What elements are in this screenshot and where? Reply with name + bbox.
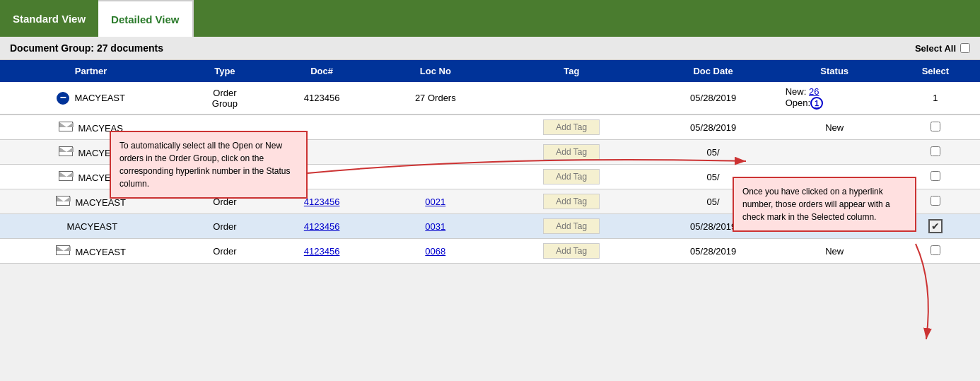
col-doc-date: Doc Date bbox=[648, 60, 778, 82]
add-tag-input[interactable] bbox=[543, 119, 600, 135]
group-row-icon-cell: − MACYEAST bbox=[0, 82, 182, 115]
detail-select-6 bbox=[891, 239, 980, 264]
col-tag: Tag bbox=[495, 60, 648, 82]
detail-icon-cell-5: MACYEAST bbox=[0, 214, 182, 239]
add-tag-input-3[interactable] bbox=[543, 169, 600, 184]
detail-date-6: 05/28/2019 bbox=[648, 239, 778, 264]
group-status-cell: New: 26 Open:1 bbox=[778, 82, 891, 115]
tooltip-right-text: Once you have clicked on a hyperlink num… bbox=[742, 187, 890, 222]
detail-docnum-5[interactable]: 4123456 bbox=[268, 214, 376, 239]
group-doc-num: 4123456 bbox=[268, 82, 376, 115]
tooltip-right: Once you have clicked on a hyperlink num… bbox=[733, 177, 916, 232]
tooltip-left: To automatically select all the Open or … bbox=[110, 131, 308, 199]
tab-detailed[interactable]: Detailed View bbox=[98, 0, 193, 37]
detail-date-1: 05/28/2019 bbox=[648, 115, 778, 140]
add-tag-input-2[interactable] bbox=[543, 144, 600, 160]
group-doc-type: OrderGroup bbox=[182, 82, 268, 115]
collapse-icon[interactable]: − bbox=[57, 92, 69, 105]
doc-group-label: Document Group: 27 documents bbox=[10, 42, 163, 54]
status-open-label: Open: bbox=[786, 98, 810, 108]
detail-locno-5[interactable]: 0031 bbox=[376, 214, 495, 239]
detail-tag-1[interactable] bbox=[495, 115, 648, 140]
detail-icon-cell-6: MACYEAST bbox=[0, 239, 182, 264]
detail-status-6: New bbox=[778, 239, 891, 264]
detail-select-1 bbox=[891, 115, 980, 140]
detail-status-1: New bbox=[778, 115, 891, 140]
add-tag-input-5[interactable] bbox=[543, 218, 600, 234]
row-checkbox-2[interactable] bbox=[931, 146, 940, 156]
table-row: MACYEAST Order 4123456 0068 05/28/2019 N… bbox=[0, 239, 980, 264]
detail-locno-4[interactable]: 0021 bbox=[376, 189, 495, 214]
detail-docnum-6[interactable]: 4123456 bbox=[268, 239, 376, 264]
envelope-icon-3[interactable] bbox=[59, 171, 73, 181]
group-tag bbox=[495, 82, 648, 115]
select-all-area: Select All bbox=[915, 43, 970, 54]
envelope-icon[interactable] bbox=[59, 122, 73, 131]
col-loc-no: Loc No bbox=[376, 60, 495, 82]
col-type: Type bbox=[182, 60, 268, 82]
detail-select-2 bbox=[891, 140, 980, 165]
envelope-icon-2[interactable] bbox=[59, 146, 73, 156]
detail-date-2: 05/ bbox=[648, 140, 778, 165]
row-checkbox-6[interactable] bbox=[931, 245, 940, 255]
col-status: Status bbox=[778, 60, 891, 82]
group-select-val: 1 bbox=[891, 82, 980, 115]
checked-box-5[interactable]: ✔ bbox=[928, 219, 943, 233]
detail-partner-5: MACYEAST bbox=[67, 221, 118, 232]
detail-locno-6[interactable]: 0068 bbox=[376, 239, 495, 264]
add-tag-input-6[interactable] bbox=[543, 243, 600, 259]
detail-tag-6[interactable] bbox=[495, 239, 648, 264]
detail-locno-2 bbox=[376, 140, 495, 165]
row-checkbox-3[interactable] bbox=[931, 171, 940, 181]
doc-group-bar: Document Group: 27 documents Select All bbox=[0, 37, 980, 60]
detail-type-5: Order bbox=[182, 214, 268, 239]
status-new-label: New: bbox=[786, 86, 809, 97]
detail-tag-2[interactable] bbox=[495, 140, 648, 165]
col-partner: Partner bbox=[0, 60, 182, 82]
col-doc-num: Doc# bbox=[268, 60, 376, 82]
col-select: Select bbox=[891, 60, 980, 82]
tab-bar: Standard View Detailed View bbox=[0, 0, 980, 37]
tab-standard[interactable]: Standard View bbox=[0, 0, 98, 37]
row-checkbox-4[interactable] bbox=[931, 196, 940, 206]
select-all-label: Select All bbox=[915, 43, 956, 54]
table-header-row: Partner Type Doc# Loc No Tag Doc Date St… bbox=[0, 60, 980, 82]
status-open-count[interactable]: 1 bbox=[810, 97, 823, 110]
detail-type-6: Order bbox=[182, 239, 268, 264]
tooltip-left-text: To automatically select all the Open or … bbox=[119, 141, 290, 189]
row-checkbox-1[interactable] bbox=[931, 122, 940, 131]
envelope-icon-4[interactable] bbox=[56, 196, 70, 206]
group-loc-no: 27 Orders bbox=[376, 82, 495, 115]
group-partner: MACYEAST bbox=[74, 93, 125, 103]
add-tag-input-4[interactable] bbox=[543, 194, 600, 209]
detail-locno-1 bbox=[376, 115, 495, 140]
table-row: − MACYEAST OrderGroup 4123456 27 Orders … bbox=[0, 82, 980, 115]
envelope-icon-6[interactable] bbox=[56, 245, 70, 255]
detail-tag-4[interactable] bbox=[495, 189, 648, 214]
detail-locno-3 bbox=[376, 165, 495, 189]
detail-tag-3[interactable] bbox=[495, 165, 648, 189]
group-doc-date: 05/28/2019 bbox=[648, 82, 778, 115]
detail-partner-6: MACYEAST bbox=[75, 247, 126, 257]
detail-status-2 bbox=[778, 140, 891, 165]
detail-tag-5[interactable] bbox=[495, 214, 648, 239]
select-all-checkbox[interactable] bbox=[960, 43, 970, 53]
status-new-count[interactable]: 26 bbox=[809, 86, 819, 97]
